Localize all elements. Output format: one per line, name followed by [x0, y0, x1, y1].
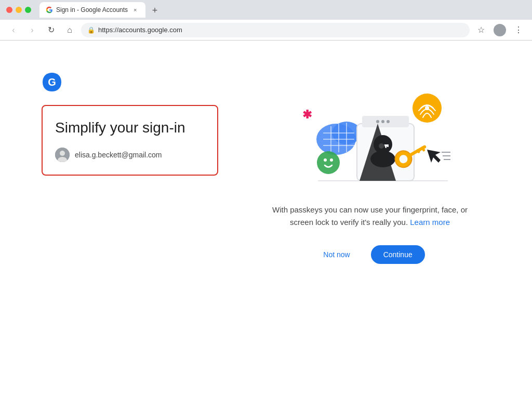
address-text: https://accounts.google.com [98, 26, 463, 34]
maximize-window-button[interactable] [25, 7, 31, 13]
back-button[interactable]: ‹ [6, 23, 21, 37]
google-logo: G [42, 72, 218, 95]
address-bar-row: ‹ › ↻ ⌂ 🔒 https://accounts.google.com ☆ … [0, 20, 532, 41]
learn-more-link[interactable]: Learn more [410, 218, 450, 227]
title-bar: Sign in - Google Accounts × + [0, 0, 532, 20]
passkey-description: With passkeys you can now use your finge… [271, 204, 469, 229]
profile-circle [494, 24, 506, 36]
close-window-button[interactable] [6, 7, 12, 13]
svg-point-26 [387, 120, 390, 123]
account-row: elisa.g.beckett@gmail.com [55, 148, 205, 162]
tab-bar: Sign in - Google Accounts × + [39, 2, 526, 18]
svg-point-24 [376, 120, 379, 123]
right-panel: ✱ [249, 72, 490, 264]
address-field[interactable]: 🔒 https://accounts.google.com [81, 23, 470, 37]
svg-point-28 [425, 106, 429, 110]
account-email: elisa.g.beckett@gmail.com [75, 151, 162, 159]
active-tab[interactable]: Sign in - Google Accounts × [39, 2, 145, 18]
svg-rect-23 [362, 116, 409, 127]
svg-point-25 [381, 120, 384, 123]
bookmark-button[interactable]: ☆ [474, 23, 488, 37]
traffic-lights [6, 7, 31, 13]
new-tab-button[interactable]: + [148, 3, 162, 18]
sign-in-card: Simplify your sign-in elisa.g.beckett@gm… [42, 105, 218, 176]
svg-text:G: G [48, 76, 56, 88]
page-content: G Simplify your sign-in elisa.g.beckett@… [0, 41, 532, 399]
not-now-button[interactable]: Not now [315, 245, 358, 264]
minimize-window-button[interactable] [16, 7, 22, 13]
card-title: Simplify your sign-in [55, 118, 205, 137]
svg-point-15 [330, 158, 333, 162]
continue-button[interactable]: Continue [371, 245, 425, 264]
passkey-illustration: ✱ [287, 77, 453, 191]
profile-button[interactable] [493, 23, 507, 37]
menu-button[interactable]: ⋮ [511, 23, 526, 37]
tab-close-button[interactable]: × [131, 6, 139, 14]
left-panel: G Simplify your sign-in elisa.g.beckett@… [42, 72, 218, 176]
action-buttons: Not now Continue [315, 245, 424, 264]
tab-favicon [46, 6, 53, 14]
svg-point-2 [60, 151, 65, 156]
svg-marker-34 [427, 150, 441, 163]
svg-rect-21 [387, 144, 389, 147]
browser-window: Sign in - Google Accounts × + ‹ › ↻ ⌂ 🔒 … [0, 0, 532, 399]
tab-title: Sign in - Google Accounts [56, 6, 128, 14]
lock-icon: 🔒 [87, 26, 95, 34]
svg-point-14 [324, 158, 327, 162]
forward-button[interactable]: › [25, 23, 39, 37]
refresh-button[interactable]: ↻ [44, 23, 58, 37]
svg-text:✱: ✱ [302, 108, 312, 121]
svg-point-13 [317, 151, 340, 174]
account-avatar [55, 148, 70, 162]
home-button[interactable]: ⌂ [62, 23, 77, 37]
